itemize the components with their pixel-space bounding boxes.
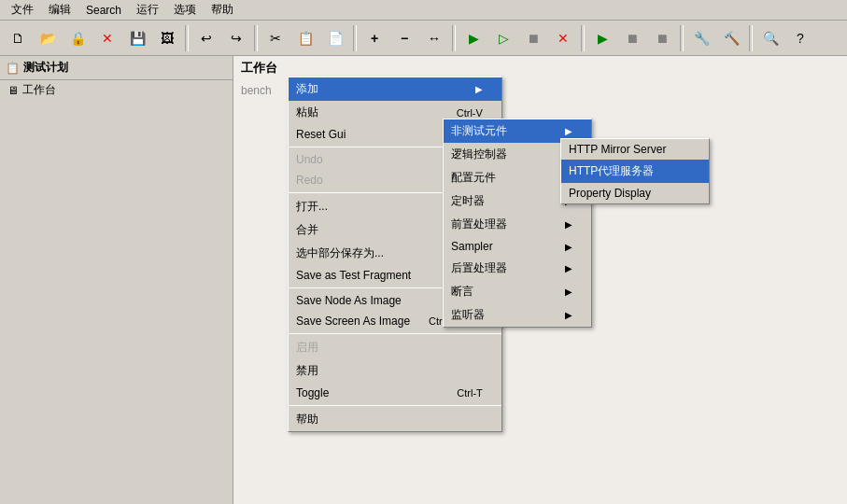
menu-file[interactable]: 文件 — [4, 0, 41, 20]
ctx-l3-property-display-label: Property Display — [569, 187, 651, 200]
ctx-disable[interactable]: 禁用 — [289, 359, 501, 383]
ctx-l2-assert-arrow: ▶ — [565, 287, 572, 297]
ctx-l2-sampler-label: Sampler — [451, 240, 493, 253]
ctx-undo-label: Undo — [296, 153, 323, 166]
ctx-l2-post-arrow: ▶ — [565, 263, 572, 273]
ctx-enable-label: 启用 — [296, 340, 318, 356]
menu-run[interactable]: 运行 — [129, 0, 166, 20]
ctx-save-node-img-label: Save Node As Image — [296, 294, 402, 307]
ctx-l2-non-test-label: 非测试元件 — [451, 123, 507, 139]
ctx-l2-listener-arrow: ▶ — [565, 310, 572, 320]
right-panel: 工作台 bench 添加 ▶ 粘贴 Ctrl-V Reset Gui — [233, 56, 847, 504]
toolbar-lock[interactable]: 🔒 — [64, 24, 92, 52]
ctx-paste-shortcut: Ctrl-V — [457, 107, 483, 119]
context-menu-layer: 添加 ▶ 粘贴 Ctrl-V Reset Gui Undo Redo — [233, 56, 847, 504]
workbench-tree-item[interactable]: 🖥 工作台 — [0, 80, 233, 100]
ctx-open-label: 打开... — [296, 199, 328, 215]
ctx-save-selected-label: 选中部分保存为... — [296, 245, 384, 261]
menubar: 文件 编辑 Search 运行 选项 帮助 — [0, 0, 847, 21]
main-area: 📋 测试计划 🖥 工作台 工作台 bench 添加 ▶ 粘贴 Ctrl-V — [0, 56, 847, 504]
ctx-l2-logic-label: 逻辑控制器 — [451, 147, 507, 162]
workbench-tree-label: 工作台 — [22, 82, 56, 98]
ctx-l3-http-mirror-label: HTTP Mirror Server — [569, 143, 666, 156]
toolbar-search[interactable]: 🔍 — [756, 24, 784, 52]
ctx-enable: 启用 — [289, 336, 501, 359]
ctx-toggle-shortcut: Ctrl-T — [457, 387, 483, 399]
toolbar-redo[interactable]: ↪ — [222, 24, 250, 52]
ctx-l2-pre-arrow: ▶ — [565, 219, 572, 230]
toolbar-remote-stop[interactable]: ⏹ — [618, 24, 646, 52]
toolbar-save[interactable]: 💾 — [123, 24, 151, 52]
ctx-add-arrow: ▶ — [475, 84, 483, 94]
toolbar: 🗋 📂 🔒 ✕ 💾 🖼 ↩ ↪ ✂ 📋 📄 + − ↔ ▶ ▷ ⏹ ✕ ▶ ⏹ … — [0, 21, 847, 56]
ctx-reset-gui-label: Reset Gui — [296, 128, 346, 141]
ctx-l2-listener-label: 监听器 — [451, 307, 485, 323]
menu-options[interactable]: 选项 — [166, 0, 204, 20]
toolbar-sep7 — [749, 25, 753, 51]
ctx-help[interactable]: 帮助 — [289, 408, 501, 431]
ctx-l3-http-mirror[interactable]: HTTP Mirror Server — [561, 139, 709, 160]
ctx-l2-config-label: 配置元件 — [451, 170, 496, 186]
toolbar-remote-stop2[interactable]: ⏹ — [648, 24, 676, 52]
toolbar-start[interactable]: ▶ — [459, 24, 487, 52]
ctx-l2-post-label: 后置处理器 — [451, 260, 507, 276]
menu-edit[interactable]: 编辑 — [41, 0, 78, 20]
toolbar-sep6 — [680, 25, 684, 51]
toolbar-collapse[interactable]: − — [390, 24, 418, 52]
toolbar-sep3 — [353, 25, 357, 51]
toolbar-remote-start[interactable]: ▶ — [588, 24, 616, 52]
test-plan-label: 测试计划 — [23, 60, 68, 76]
toolbar-cut[interactable]: ✂ — [261, 24, 289, 52]
ctx-l3-http-proxy-label: HTTP代理服务器 — [569, 163, 654, 179]
ctx-add[interactable]: 添加 ▶ — [289, 77, 501, 101]
ctx-redo-label: Redo — [296, 174, 323, 187]
ctx-l2-assert-label: 断言 — [451, 284, 473, 300]
ctx-l2-pre-label: 前置处理器 — [451, 217, 507, 232]
toolbar-tool2[interactable]: 🔨 — [717, 24, 745, 52]
toolbar-clear[interactable]: ↔ — [420, 24, 448, 52]
toolbar-help[interactable]: ? — [786, 24, 814, 52]
ctx-toggle[interactable]: Toggle Ctrl-T — [289, 383, 501, 403]
ctx-sep5 — [289, 405, 501, 406]
test-plan-icon: 📋 — [6, 62, 20, 75]
menu-help[interactable]: 帮助 — [204, 0, 241, 20]
ctx-disable-label: 禁用 — [296, 363, 318, 379]
ctx-l2-post[interactable]: 后置处理器 ▶ — [444, 257, 591, 280]
ctx-add-label: 添加 — [296, 81, 318, 97]
ctx-sep4 — [289, 333, 501, 334]
ctx-merge-label: 合并 — [296, 222, 318, 238]
workbench-icon: 🖥 — [7, 84, 19, 97]
ctx-save-screen-img-label: Save Screen As Image — [296, 315, 410, 328]
toolbar-new[interactable]: 🗋 — [4, 24, 32, 52]
ctx-toggle-label: Toggle — [296, 386, 329, 399]
toolbar-stop2[interactable]: ✕ — [549, 24, 577, 52]
ctx-l2-timer-label: 定时器 — [451, 193, 485, 209]
toolbar-sep5 — [581, 25, 585, 51]
ctx-l2-sampler[interactable]: Sampler ▶ — [444, 236, 591, 257]
toolbar-tool1[interactable]: 🔧 — [687, 24, 715, 52]
toolbar-expand[interactable]: + — [360, 24, 388, 52]
ctx-l2-sampler-arrow: ▶ — [565, 242, 572, 252]
toolbar-templates[interactable]: 📂 — [34, 24, 62, 52]
ctx-l2-assert[interactable]: 断言 ▶ — [444, 280, 591, 303]
toolbar-undo[interactable]: ↩ — [192, 24, 220, 52]
ctx-l3-property-display[interactable]: Property Display — [561, 183, 709, 203]
menu-search[interactable]: Search — [78, 2, 129, 19]
toolbar-start2[interactable]: ▷ — [489, 24, 517, 52]
context-menu-level3: HTTP Mirror Server HTTP代理服务器 Property Di… — [560, 138, 710, 204]
toolbar-close[interactable]: ✕ — [93, 24, 121, 52]
ctx-l2-pre[interactable]: 前置处理器 ▶ — [444, 213, 591, 236]
ctx-save-fragment-label: Save as Test Fragment — [296, 269, 411, 282]
ctx-l3-http-proxy[interactable]: HTTP代理服务器 — [561, 160, 709, 183]
left-panel: 📋 测试计划 🖥 工作台 — [0, 56, 233, 504]
ctx-help-label: 帮助 — [296, 412, 318, 427]
toolbar-copy[interactable]: 📋 — [291, 24, 319, 52]
toolbar-stop[interactable]: ⏹ — [519, 24, 547, 52]
toolbar-sep1 — [185, 25, 189, 51]
left-panel-header: 📋 测试计划 — [0, 56, 233, 80]
toolbar-save-img[interactable]: 🖼 — [153, 24, 181, 52]
ctx-l2-non-test-arrow: ▶ — [565, 126, 572, 136]
toolbar-paste[interactable]: 📄 — [321, 24, 349, 52]
ctx-l2-listener[interactable]: 监听器 ▶ — [444, 303, 591, 327]
toolbar-sep2 — [254, 25, 258, 51]
